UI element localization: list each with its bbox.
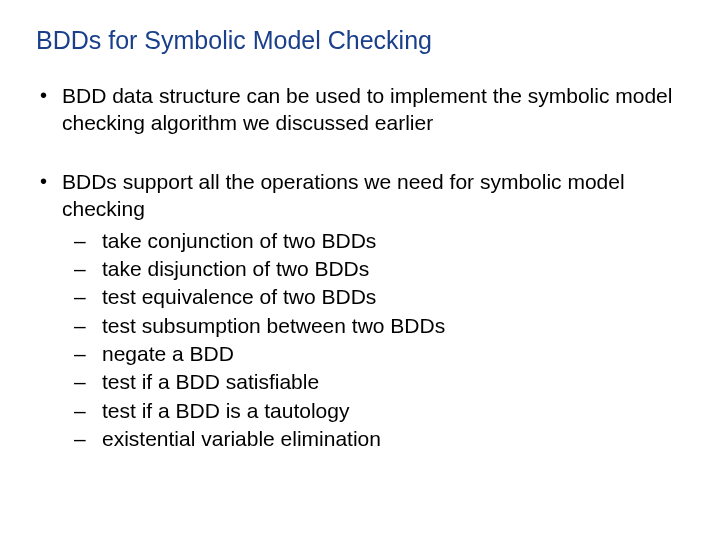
sub-list-item: test if a BDD is a tautology: [62, 397, 684, 425]
sub-list-item: existential variable elimination: [62, 425, 684, 453]
sub-item-text: test if a BDD satisfiable: [102, 370, 319, 393]
sub-list-item: take disjunction of two BDDs: [62, 255, 684, 283]
bullet-text: BDDs support all the operations we need …: [62, 170, 625, 220]
sub-item-text: existential variable elimination: [102, 427, 381, 450]
sub-item-text: test subsumption between two BDDs: [102, 314, 445, 337]
list-item: BDD data structure can be used to implem…: [36, 83, 684, 137]
sub-list-item: test subsumption between two BDDs: [62, 312, 684, 340]
list-item: BDDs support all the operations we need …: [36, 169, 684, 454]
sub-item-text: negate a BDD: [102, 342, 234, 365]
sub-item-text: take disjunction of two BDDs: [102, 257, 369, 280]
bullet-text: BDD data structure can be used to implem…: [62, 84, 672, 134]
sub-list-item: test if a BDD satisfiable: [62, 368, 684, 396]
slide: BDDs for Symbolic Model Checking BDD dat…: [0, 0, 720, 540]
sub-list: take conjunction of two BDDs take disjun…: [62, 227, 684, 454]
slide-title: BDDs for Symbolic Model Checking: [36, 26, 684, 55]
sub-item-text: test if a BDD is a tautology: [102, 399, 349, 422]
sub-list-item: take conjunction of two BDDs: [62, 227, 684, 255]
sub-list-item: test equivalence of two BDDs: [62, 283, 684, 311]
bullet-list: BDD data structure can be used to implem…: [36, 83, 684, 453]
sub-item-text: take conjunction of two BDDs: [102, 229, 376, 252]
sub-list-item: negate a BDD: [62, 340, 684, 368]
sub-item-text: test equivalence of two BDDs: [102, 285, 376, 308]
